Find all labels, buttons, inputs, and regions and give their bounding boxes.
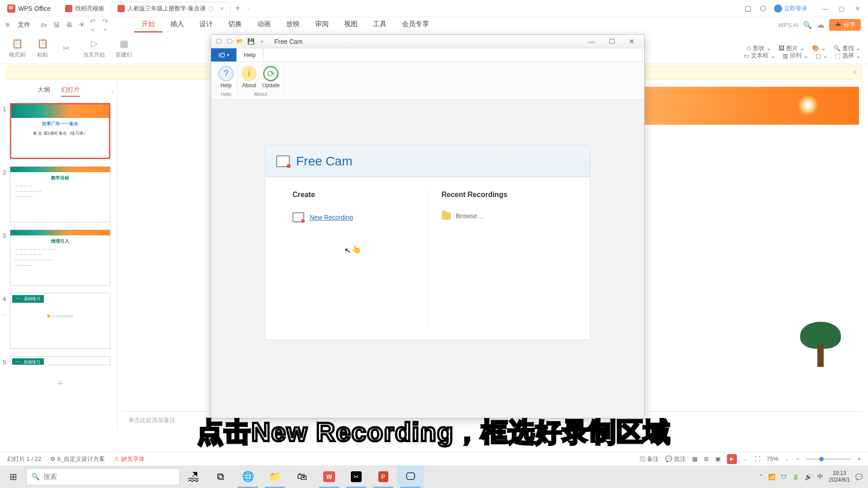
volume-icon[interactable]: 🔊	[805, 474, 812, 480]
store-icon[interactable]: 🛍	[288, 465, 316, 488]
minimize-button[interactable]: —	[818, 4, 832, 13]
edge-icon[interactable]: 🌐	[234, 465, 261, 488]
search-icon[interactable]: 🔍	[803, 21, 812, 29]
add-slide-button[interactable]: +	[10, 372, 111, 395]
zoom-menu[interactable]: ⌄	[785, 455, 790, 462]
ime-indicator[interactable]: 中	[817, 473, 823, 481]
close-button[interactable]: ✕	[851, 4, 864, 13]
slide-thumb-2[interactable]: 2 教学目标— — — —— — — — — —— — — —	[10, 166, 111, 222]
fc-help-tab[interactable]: Help	[236, 48, 264, 61]
security-icon[interactable]: 🛡	[781, 474, 787, 480]
explorer-icon[interactable]: 📁	[261, 465, 288, 488]
add-tab-button[interactable]: +	[231, 3, 245, 14]
slide-thumb-4[interactable]: 4 ☆ 一、基础练习🐤 ▭▭▭▭▭▭	[10, 293, 111, 349]
slides-tab[interactable]: 幻灯片	[61, 86, 80, 97]
zoom-value[interactable]: 75%	[767, 455, 778, 462]
menu-tab-animation[interactable]: 动画	[250, 17, 278, 33]
zoom-out-button[interactable]: −	[796, 455, 800, 462]
image-button[interactable]: 🖼 图片 ⌄	[778, 44, 805, 52]
task-view-icon[interactable]: ⧉	[207, 465, 234, 488]
login-button[interactable]: 立即登录	[774, 5, 807, 13]
fc-help-button[interactable]: ?Help	[218, 66, 234, 89]
fc-save-icon[interactable]: 💾	[246, 38, 255, 46]
freecam-titlebar[interactable]: 🖵 🖵 📂 💾 ▾ Free Cam — ☐ ✕	[211, 35, 644, 48]
border-button[interactable]: ▢ ⌄	[816, 52, 828, 60]
notifications-icon[interactable]: 💬	[855, 474, 863, 480]
notes-toggle[interactable]: ▤ 备注	[640, 455, 659, 463]
textbox-button[interactable]: ▭ 文本框 ⌄	[744, 52, 775, 60]
menu-tab-insert[interactable]: 插入	[163, 17, 191, 33]
menu-tab-show[interactable]: 放映	[279, 17, 307, 33]
ppt-taskbar-icon[interactable]: P	[370, 465, 397, 488]
wps-ai-button[interactable]: WPS AI	[778, 22, 799, 28]
tray-chevron-icon[interactable]: ˄	[760, 474, 763, 480]
cloud-icon[interactable]: ☁	[816, 20, 825, 30]
menu-tab-start[interactable]: 开始	[134, 17, 162, 33]
notice-close-icon[interactable]: ×	[853, 68, 857, 76]
slide-thumb-5[interactable]: 5 一、拓展练习	[10, 356, 111, 365]
design-scheme[interactable]: ⚙ 6_自定义设计方案	[50, 455, 105, 463]
file-menu[interactable]: 文件	[13, 21, 35, 29]
view-sorter-icon[interactable]: ⊞	[704, 455, 709, 462]
play-menu-icon[interactable]: ⌄	[743, 455, 748, 462]
zoom-slider[interactable]	[806, 458, 851, 460]
menu-tab-transition[interactable]: 切换	[221, 17, 249, 33]
fc-close-button[interactable]: ✕	[622, 35, 642, 48]
weather-widget[interactable]: 🏖	[180, 465, 207, 488]
missing-font-warning[interactable]: ⚠ 缺失字体	[114, 455, 145, 463]
shape-button[interactable]: ◇ 形状 ⌄	[746, 44, 771, 52]
view-normal-icon[interactable]: ▦	[692, 455, 698, 462]
arrange-button[interactable]: ▥ 排列 ⌄	[783, 52, 808, 60]
slide-list[interactable]: 1 故事广角——集合 集 合 第2课时 集合（练习课） 2 教学目标— — — …	[0, 101, 117, 418]
cube-icon[interactable]: ⬡	[759, 4, 768, 13]
slide-thumb-3[interactable]: 3 情境引入— — — — — — — — —— — — — — —— — — …	[10, 230, 111, 286]
paste-button[interactable]: 📋粘贴	[36, 38, 49, 59]
window-icon[interactable]: ▢	[743, 4, 752, 13]
tab-menu-icon[interactable]: ⌄	[246, 5, 250, 11]
comments-toggle[interactable]: 💬 批注	[665, 455, 686, 463]
slideshow-button[interactable]: ▶	[727, 454, 737, 464]
taskbar-search[interactable]: 🔍 搜索	[26, 468, 180, 485]
fc-maximize-button[interactable]: ☐	[602, 35, 622, 48]
fc-minimize-button[interactable]: —	[582, 35, 602, 48]
new-recording-button[interactable]: New Recording	[292, 212, 414, 222]
tab-template[interactable]: 找稻壳模板	[59, 2, 111, 15]
collapse-icon[interactable]: ‹	[111, 88, 113, 95]
capcut-icon[interactable]: ✂	[343, 465, 370, 488]
browse-button[interactable]: Browse…	[442, 212, 563, 220]
view-reading-icon[interactable]: ▣	[715, 455, 721, 462]
redo-icon[interactable]: ↷ ⌄	[103, 21, 112, 29]
slide-thumb-1[interactable]: 1 故事广角——集合 集 合 第2课时 集合（练习课）	[10, 103, 111, 159]
select-button[interactable]: ⬚ 选择 ⌄	[835, 52, 861, 60]
menu-tab-tools[interactable]: 工具	[366, 17, 394, 33]
menu-tab-design[interactable]: 设计	[192, 17, 220, 33]
menu-tab-view[interactable]: 视图	[337, 17, 365, 33]
start-button[interactable]: ⊞	[0, 465, 26, 488]
tab-document[interactable]: 人教版三年级上册数学-集合课 ▢ ×	[111, 2, 231, 15]
open-icon[interactable]: 🗁	[39, 21, 48, 29]
share-button[interactable]: 📤 分享	[829, 19, 861, 31]
page-indicator[interactable]: 幻灯片 1 / 22	[7, 455, 41, 463]
fc-open-icon[interactable]: 📂	[236, 38, 245, 46]
print-icon[interactable]: 🖶	[65, 21, 74, 29]
outline-tab[interactable]: 大纲	[38, 86, 50, 97]
fc-new-icon[interactable]: 🖵	[225, 38, 234, 46]
fc-qat-menu[interactable]: ▾	[257, 38, 266, 46]
maximize-button[interactable]: ▢	[835, 4, 848, 13]
undo-icon[interactable]: ↶ ⌄	[90, 21, 99, 29]
hamburger-icon[interactable]: ≡	[3, 21, 12, 29]
wps-taskbar-icon[interactable]: W	[316, 465, 343, 488]
new-slide[interactable]: ▦新建幻	[116, 38, 132, 59]
save-icon[interactable]: 🖫	[52, 21, 61, 29]
clock[interactable]: 10:132024/8/1	[829, 470, 850, 483]
format-painter[interactable]: 📋格式刷	[9, 38, 25, 59]
menu-tab-member[interactable]: 会员专享	[395, 17, 436, 33]
find-button[interactable]: 🔍 查找 ⌄	[833, 44, 861, 52]
fc-update-button[interactable]: ⟳Update	[262, 66, 280, 89]
preview-icon[interactable]: 👁	[77, 21, 86, 29]
cut-button[interactable]: ✂	[60, 42, 72, 54]
menu-tab-review[interactable]: 审阅	[308, 17, 336, 33]
fill-button[interactable]: 🎨 ⌄	[812, 44, 826, 52]
battery-icon[interactable]: 🔋	[792, 474, 799, 480]
fc-about-button[interactable]: iAbout	[241, 66, 257, 89]
